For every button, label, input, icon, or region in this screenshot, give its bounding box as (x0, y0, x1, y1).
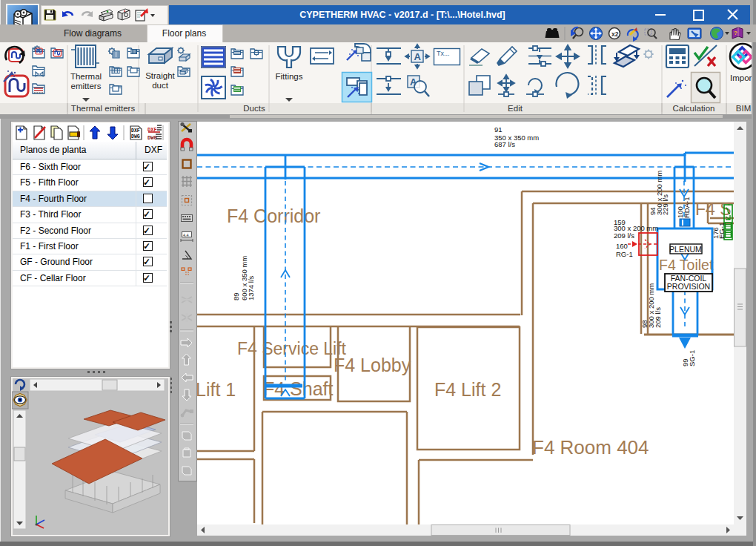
svg-text:4.4: 4.4 (183, 233, 189, 237)
svg-text:F4 Service Lift: F4 Service Lift (237, 339, 347, 358)
svg-text:F4 Lobby: F4 Lobby (334, 355, 411, 375)
svg-text:160: 160 (616, 242, 628, 250)
svg-text:229 l/s: 229 l/s (661, 194, 669, 215)
svg-text:209 l/s: 209 l/s (614, 231, 634, 240)
svg-text:Tx...: Tx... (437, 50, 450, 57)
svg-text:DXF: DXF (131, 128, 140, 134)
svg-text:SG-1: SG-1 (688, 350, 696, 366)
svg-text:F4 Corridor: F4 Corridor (227, 205, 320, 226)
svg-text:DWG: DWG (147, 135, 157, 141)
svg-text:F4 Toilet: F4 Toilet (659, 257, 714, 273)
svg-text:F4 Shaft: F4 Shaft (263, 378, 334, 399)
svg-text:A: A (414, 51, 422, 62)
svg-text:EG-1: EG-1 (717, 223, 726, 239)
svg-text:91: 91 (494, 125, 503, 134)
svg-text:Lift 1: Lift 1 (197, 379, 236, 400)
svg-text:PROVISION: PROVISION (667, 282, 710, 291)
svg-text:F4 Lift 2: F4 Lift 2 (434, 379, 501, 400)
svg-text:1374 l/s: 1374 l/s (247, 275, 255, 300)
svg-text:DWG: DWG (131, 134, 140, 139)
svg-text:F4 S: F4 S (695, 200, 732, 219)
svg-text:?: ? (734, 30, 737, 36)
svg-text:RG-1: RG-1 (616, 250, 633, 258)
svg-text:PLENUM: PLENUM (669, 245, 702, 254)
svg-text:F4 Room 404: F4 Room 404 (532, 436, 649, 458)
svg-text:687 l/s: 687 l/s (494, 140, 515, 148)
svg-text:209 l/s: 209 l/s (654, 307, 662, 328)
svg-text:x2: x2 (611, 30, 619, 38)
svg-text:89: 89 (232, 292, 240, 300)
svg-text:RDA-1: RDA-1 (683, 197, 691, 218)
